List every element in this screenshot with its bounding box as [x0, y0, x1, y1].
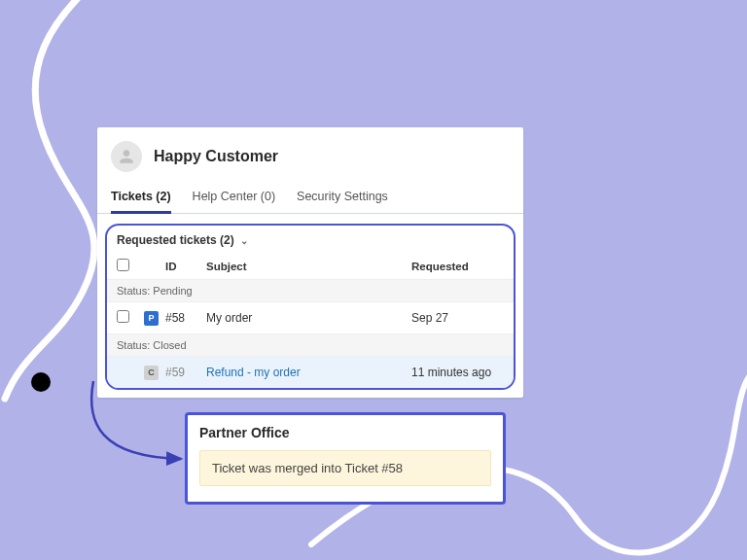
panel-title: Requested tickets (2)	[117, 233, 234, 247]
panel-header[interactable]: Requested tickets (2) ⌄	[107, 226, 514, 253]
requested-tickets-panel: Requested tickets (2) ⌄ ID Subject Reque…	[105, 224, 516, 390]
merge-callout: Partner Office Ticket was merged into Ti…	[185, 412, 506, 505]
select-all-checkbox[interactable]	[117, 259, 129, 271]
person-icon	[117, 147, 136, 166]
profile-header: Happy Customer	[97, 127, 523, 182]
status-group-closed: Status: Closed	[107, 333, 514, 356]
column-subject: Subject	[206, 261, 411, 272]
ticket-requested: 11 minutes ago	[411, 366, 504, 379]
table-row[interactable]: C #59 Refund - my order 11 minutes ago	[107, 356, 514, 388]
tab-tickets[interactable]: Tickets (2)	[111, 182, 171, 213]
tab-help-center[interactable]: Help Center (0)	[193, 182, 275, 213]
row-checkbox[interactable]	[117, 310, 129, 323]
chevron-down-icon: ⌄	[240, 235, 248, 246]
column-id: ID	[165, 261, 206, 272]
merge-banner: Ticket was merged into Ticket #58	[199, 450, 491, 486]
status-group-pending: Status: Pending	[107, 279, 514, 301]
ticket-subject: My order	[206, 311, 411, 325]
table-row[interactable]: P #58 My order Sep 27	[107, 301, 514, 333]
ticket-requested: Sep 27	[411, 311, 504, 325]
ticket-subject-link[interactable]: Refund - my order	[206, 366, 411, 379]
status-badge-pending: P	[144, 311, 159, 326]
callout-title: Partner Office	[199, 425, 491, 440]
decorative-dot	[31, 372, 51, 392]
tab-bar: Tickets (2) Help Center (0) Security Set…	[97, 182, 523, 214]
table-header: ID Subject Requested	[107, 253, 514, 279]
customer-tickets-card: Happy Customer Tickets (2) Help Center (…	[97, 127, 523, 398]
ticket-id: #58	[165, 311, 206, 325]
avatar	[111, 141, 142, 172]
tab-security-settings[interactable]: Security Settings	[297, 182, 388, 213]
column-requested: Requested	[411, 261, 504, 272]
profile-name: Happy Customer	[154, 148, 278, 165]
ticket-id: #59	[165, 366, 206, 379]
status-badge-closed: C	[144, 366, 159, 380]
